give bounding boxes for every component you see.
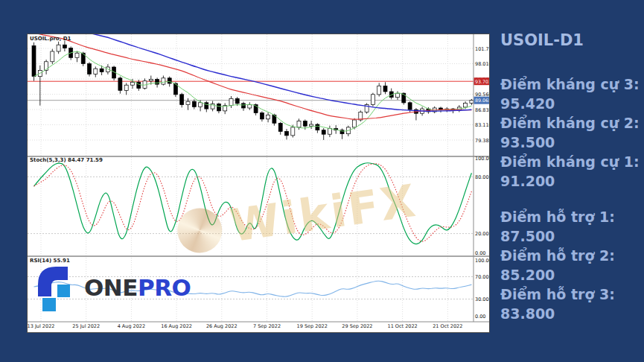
onepro-logo: ONEPRO xyxy=(35,264,191,311)
svg-text:0.00: 0.00 xyxy=(475,250,485,256)
support-level-3: Điểm hỗ trợ 3: 83.800 xyxy=(500,285,642,323)
level-value: 83.800 xyxy=(500,304,642,323)
svg-text:25 Jul 2022: 25 Jul 2022 xyxy=(72,323,100,329)
svg-text:19 Sep 2022: 19 Sep 2022 xyxy=(297,323,328,329)
svg-text:11 Oct 2022: 11 Oct 2022 xyxy=(388,323,418,329)
svg-text:26 Aug 2022: 26 Aug 2022 xyxy=(206,323,237,329)
svg-text:16 Aug 2022: 16 Aug 2022 xyxy=(161,323,192,329)
svg-text:4 Aug 2022: 4 Aug 2022 xyxy=(118,323,146,329)
support-level-2: Điểm hỗ trợ 2: 85.200 xyxy=(500,246,642,285)
level-value: 93.500 xyxy=(500,133,642,152)
level-value: 91.200 xyxy=(500,171,642,191)
svg-text:13 Jul 2022: 13 Jul 2022 xyxy=(28,323,54,329)
resistance-level-1: Điểm kháng cự 1: 91.200 xyxy=(500,152,642,191)
svg-text:70.00: 70.00 xyxy=(475,274,489,280)
svg-text:83.110: 83.110 xyxy=(475,122,489,128)
svg-text:29 Sep 2022: 29 Sep 2022 xyxy=(342,323,372,329)
level-label: Điểm kháng cự 1: xyxy=(500,152,642,171)
svg-text:7 Sep 2022: 7 Sep 2022 xyxy=(253,323,281,329)
svg-text:89.065: 89.065 xyxy=(475,98,489,103)
svg-text:86.835: 86.835 xyxy=(475,107,489,113)
level-label: Điểm kháng cự 3: xyxy=(500,74,642,94)
stochastic-label: Stoch(5,3,3) 84.47 71.59 xyxy=(30,157,103,163)
symbol-label: USOIL.pro, D1 xyxy=(30,36,71,42)
onepro-logo-text: ONEPRO xyxy=(84,276,191,299)
onepro-logo-pro: PRO xyxy=(138,274,191,301)
rsi-label: RSI(14) 55.91 xyxy=(30,258,70,264)
level-value: 95.420 xyxy=(500,94,642,113)
svg-text:0.00: 0.00 xyxy=(475,314,485,320)
svg-text:98.010: 98.010 xyxy=(475,61,489,67)
svg-text:30.00: 30.00 xyxy=(475,296,489,302)
svg-text:80.00: 80.00 xyxy=(475,174,489,180)
onepro-logo-one: ONE xyxy=(84,274,138,301)
svg-text:20.00: 20.00 xyxy=(475,231,489,237)
promo-background: 101.73598.01094.28590.56086.83583.11079.… xyxy=(0,0,644,362)
level-value: 85.200 xyxy=(500,265,642,285)
level-label: Điểm hỗ trợ 1: xyxy=(500,207,642,226)
svg-text:79.385: 79.385 xyxy=(475,138,489,144)
level-label: Điểm kháng cự 2: xyxy=(500,113,642,133)
level-label: Điểm hỗ trợ 2: xyxy=(500,246,642,265)
svg-text:93.703: 93.703 xyxy=(475,79,489,84)
level-value: 87.500 xyxy=(500,226,642,246)
svg-text:101.735: 101.735 xyxy=(475,46,489,52)
level-label: Điểm hỗ trợ 3: xyxy=(500,285,642,304)
support-level-1: Điểm hỗ trợ 1: 87.500 xyxy=(500,207,642,246)
onepro-logo-icon xyxy=(35,264,77,311)
trading-chart-card: 101.73598.01094.28590.56086.83583.11079.… xyxy=(27,34,490,333)
levels-panel: USOIL-D1 Điểm kháng cự 3: 95.420 Điểm kh… xyxy=(500,31,642,340)
support-levels: Điểm hỗ trợ 1: 87.500 Điểm hỗ trợ 2: 85.… xyxy=(500,207,642,323)
symbol-title: USOIL-D1 xyxy=(500,31,642,49)
resistance-level-2: Điểm kháng cự 2: 93.500 xyxy=(500,113,642,152)
resistance-levels: Điểm kháng cự 3: 95.420 Điểm kháng cự 2:… xyxy=(500,74,642,191)
svg-text:21 Oct 2022: 21 Oct 2022 xyxy=(433,323,462,329)
svg-text:100.00: 100.00 xyxy=(475,156,489,162)
resistance-level-3: Điểm kháng cự 3: 95.420 xyxy=(500,74,642,113)
svg-text:100.00: 100.00 xyxy=(475,258,489,264)
